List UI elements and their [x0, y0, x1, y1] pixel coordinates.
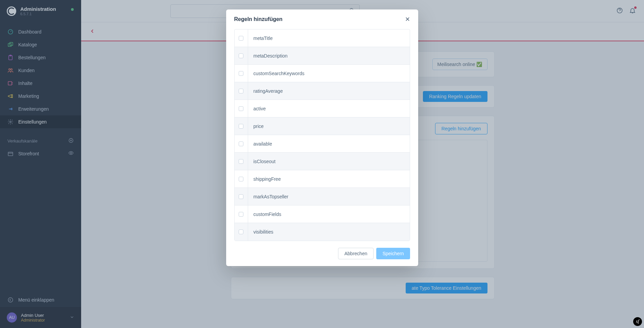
- rule-checkbox-cell: [235, 135, 248, 152]
- rule-checkbox[interactable]: [239, 194, 243, 199]
- rule-checkbox[interactable]: [239, 141, 243, 146]
- rule-label: available: [248, 141, 278, 147]
- modal-header: Regeln hinzufügen ✕: [226, 9, 418, 29]
- rule-checkbox-cell: [235, 82, 248, 100]
- rule-checkbox-cell: [235, 170, 248, 188]
- rule-checkbox[interactable]: [239, 53, 243, 58]
- rule-checkbox-cell: [235, 100, 248, 117]
- rule-label: isCloseout: [248, 159, 281, 164]
- modal-footer: Abbrechen Speichern: [226, 241, 418, 266]
- rule-label: shippingFree: [248, 176, 286, 182]
- modal-overlay[interactable]: Regeln hinzufügen ✕ metaTitlemetaDescrip…: [0, 0, 644, 328]
- rule-checkbox[interactable]: [239, 159, 243, 164]
- rule-row[interactable]: isCloseout: [235, 153, 410, 170]
- rule-checkbox-cell: [235, 47, 248, 64]
- rules-table: metaTitlemetaDescriptioncustomSearchKeyw…: [234, 29, 410, 241]
- rule-label: ratingAverage: [248, 88, 288, 94]
- rule-row[interactable]: ratingAverage: [235, 82, 410, 100]
- rule-row[interactable]: available: [235, 135, 410, 153]
- rule-row[interactable]: metaDescription: [235, 47, 410, 65]
- rule-label: markAsTopseller: [248, 194, 294, 199]
- rule-checkbox-cell: [235, 29, 248, 47]
- rule-checkbox-cell: [235, 188, 248, 205]
- modal-title: Regeln hinzufügen: [234, 16, 283, 22]
- save-button[interactable]: Speichern: [376, 248, 410, 259]
- symfony-badge-icon[interactable]: sf: [633, 317, 642, 326]
- rule-checkbox[interactable]: [239, 177, 243, 181]
- rule-label: visibilities: [248, 229, 279, 235]
- rule-row[interactable]: shippingFree: [235, 170, 410, 188]
- rule-checkbox-cell: [235, 153, 248, 170]
- rule-checkbox-cell: [235, 205, 248, 223]
- rule-row[interactable]: markAsTopseller: [235, 188, 410, 205]
- cancel-button[interactable]: Abbrechen: [338, 248, 374, 259]
- add-rules-modal: Regeln hinzufügen ✕ metaTitlemetaDescrip…: [226, 9, 418, 266]
- close-icon[interactable]: ✕: [405, 16, 410, 23]
- rule-checkbox-cell: [235, 117, 248, 135]
- rule-label: customSearchKeywords: [248, 71, 310, 76]
- rule-label: customFields: [248, 212, 287, 217]
- rule-label: metaTitle: [248, 36, 278, 41]
- modal-body[interactable]: metaTitlemetaDescriptioncustomSearchKeyw…: [226, 29, 418, 241]
- rule-row[interactable]: visibilities: [235, 223, 410, 241]
- rule-checkbox-cell: [235, 65, 248, 82]
- rule-row[interactable]: active: [235, 100, 410, 117]
- rule-checkbox-cell: [235, 223, 248, 241]
- rule-label: metaDescription: [248, 53, 293, 59]
- rule-checkbox[interactable]: [239, 36, 243, 41]
- rule-checkbox[interactable]: [239, 229, 243, 234]
- rule-label: active: [248, 106, 271, 111]
- rule-checkbox[interactable]: [239, 124, 243, 129]
- rule-row[interactable]: customFields: [235, 205, 410, 223]
- rule-row[interactable]: customSearchKeywords: [235, 65, 410, 82]
- rule-row[interactable]: metaTitle: [235, 29, 410, 47]
- rule-row[interactable]: price: [235, 117, 410, 135]
- rule-label: price: [248, 124, 269, 129]
- rule-checkbox[interactable]: [239, 89, 243, 93]
- rule-checkbox[interactable]: [239, 106, 243, 111]
- rule-checkbox[interactable]: [239, 71, 243, 76]
- rule-checkbox[interactable]: [239, 212, 243, 217]
